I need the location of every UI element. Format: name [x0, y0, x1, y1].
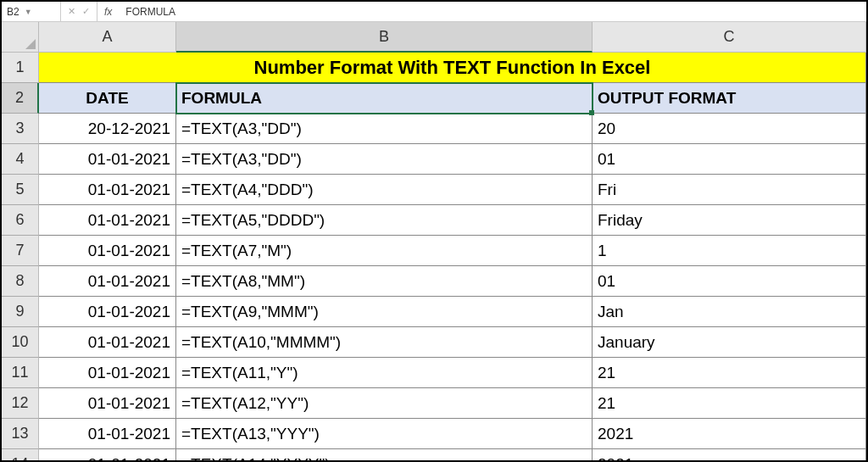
cell-output[interactable]: 01 [593, 144, 866, 175]
cell-date[interactable]: 01-01-2021 [39, 236, 176, 266]
row-header[interactable]: 2 [2, 83, 39, 114]
accept-icon[interactable]: ✓ [82, 6, 90, 17]
cell-date[interactable]: 01-01-2021 [39, 327, 176, 358]
formula-input[interactable]: FORMULA [119, 6, 866, 18]
row-header[interactable]: 5 [2, 175, 39, 205]
cell-output[interactable]: Friday [593, 205, 866, 236]
cell-output[interactable]: 21 [593, 388, 866, 419]
cell-formula[interactable]: =TEXT(A5,"DDDD") [176, 205, 593, 236]
cell-output[interactable]: 2021 [593, 449, 866, 462]
cell-date[interactable]: 01-01-2021 [39, 449, 176, 462]
cell-b2[interactable]: FORMULA [176, 83, 593, 114]
cell-formula[interactable]: =TEXT(A7,"M") [176, 236, 593, 266]
row-header[interactable]: 7 [2, 236, 39, 266]
row-header[interactable]: 13 [2, 419, 39, 449]
row-header[interactable]: 4 [2, 144, 39, 175]
cell-output[interactable]: 2021 [593, 419, 866, 449]
cell-output[interactable]: Jan [593, 297, 866, 327]
row-header[interactable]: 8 [2, 266, 39, 297]
cell-date[interactable]: 01-01-2021 [39, 358, 176, 388]
row-header[interactable]: 3 [2, 114, 39, 144]
formula-input-value: FORMULA [125, 6, 175, 18]
cell-formula[interactable]: =TEXT(A10,"MMMM") [176, 327, 593, 358]
fx-icon[interactable]: fx [97, 6, 119, 18]
select-all-corner[interactable] [2, 22, 39, 53]
cell-date[interactable]: 01-01-2021 [39, 297, 176, 327]
cell-formula[interactable]: =TEXT(A12,"YY") [176, 388, 593, 419]
row-header[interactable]: 10 [2, 327, 39, 358]
cell-date[interactable]: 01-01-2021 [39, 388, 176, 419]
name-box[interactable]: B2 ▼ [2, 2, 61, 21]
cell-formula[interactable]: =TEXT(A4,"DDD") [176, 175, 593, 205]
cell-formula[interactable]: =TEXT(A3,"DD") [176, 144, 593, 175]
col-header-b[interactable]: B [176, 22, 593, 53]
cell-output[interactable]: 21 [593, 358, 866, 388]
cell-date[interactable]: 01-01-2021 [39, 144, 176, 175]
cell-formula[interactable]: =TEXT(A8,"MM") [176, 266, 593, 297]
col-header-c[interactable]: C [593, 22, 866, 53]
row-header[interactable]: 11 [2, 358, 39, 388]
cell-output[interactable]: 20 [593, 114, 866, 144]
row-header[interactable]: 12 [2, 388, 39, 419]
cell-formula[interactable]: =TEXT(A11,"Y") [176, 358, 593, 388]
cell-a2[interactable]: DATE [39, 83, 176, 114]
row-header[interactable]: 9 [2, 297, 39, 327]
row-header[interactable]: 6 [2, 205, 39, 236]
spreadsheet-grid: A B C 1 Number Format With TEXT Function… [2, 22, 866, 462]
cell-output[interactable]: January [593, 327, 866, 358]
cell-formula[interactable]: =TEXT(A3,"DD") [176, 114, 593, 144]
cell-output[interactable]: Fri [593, 175, 866, 205]
name-box-value: B2 [7, 6, 19, 18]
formula-bar-controls: ✕ ✓ [61, 2, 97, 21]
cell-date[interactable]: 01-01-2021 [39, 266, 176, 297]
formula-bar: B2 ▼ ✕ ✓ fx FORMULA [2, 2, 866, 22]
cell-date[interactable]: 01-01-2021 [39, 205, 176, 236]
title-cell[interactable]: Number Format With TEXT Function In Exce… [39, 53, 866, 83]
cell-c2[interactable]: OUTPUT FORMAT [593, 83, 866, 114]
cancel-icon[interactable]: ✕ [68, 6, 75, 17]
cell-output[interactable]: 1 [593, 236, 866, 266]
cell-date[interactable]: 20-12-2021 [39, 114, 176, 144]
col-header-a[interactable]: A [39, 22, 176, 53]
cell-output[interactable]: 01 [593, 266, 866, 297]
chevron-down-icon[interactable]: ▼ [25, 8, 32, 16]
cell-date[interactable]: 01-01-2021 [39, 175, 176, 205]
cell-formula[interactable]: =TEXT(A14,"YYYY") [176, 449, 593, 462]
cell-formula[interactable]: =TEXT(A13,"YYY") [176, 419, 593, 449]
row-header[interactable]: 14 [2, 449, 39, 462]
cell-formula[interactable]: =TEXT(A9,"MMM") [176, 297, 593, 327]
row-header[interactable]: 1 [2, 53, 39, 83]
cell-date[interactable]: 01-01-2021 [39, 419, 176, 449]
